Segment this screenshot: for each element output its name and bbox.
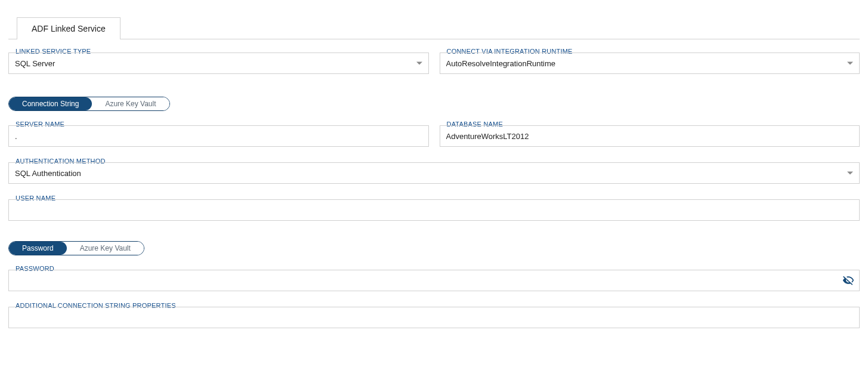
toggle-password-akv[interactable]: Azure Key Vault	[67, 242, 144, 255]
toggle-connection-source[interactable]: Connection String Azure Key Vault	[8, 97, 170, 111]
config-page: ADF Linked Service LINKED SERVICE TYPE S…	[0, 17, 868, 328]
field-auth-method: AUTHENTICATION METHOD SQL Authentication	[8, 162, 860, 184]
toggle-connection-akv[interactable]: Azure Key Vault	[92, 97, 169, 110]
input-additional-props-wrap	[8, 307, 860, 328]
form-area: LINKED SERVICE TYPE SQL Server CONNECT V…	[0, 39, 868, 328]
input-server-name[interactable]	[15, 132, 422, 141]
input-database-name[interactable]	[446, 132, 854, 141]
input-server-name-wrap	[8, 125, 429, 147]
toggle-password[interactable]: Password	[9, 242, 67, 255]
toggle-password-visibility[interactable]	[842, 275, 854, 286]
input-database-name-wrap	[440, 125, 860, 147]
eye-off-icon	[842, 275, 854, 286]
field-password: PASSWORD	[8, 270, 860, 291]
input-user-name-wrap	[8, 199, 860, 221]
input-password-wrap	[8, 270, 860, 291]
value-auth-method: SQL Authentication	[15, 169, 839, 178]
select-integration-runtime[interactable]: AutoResolveIntegrationRuntime	[440, 53, 860, 74]
chevron-down-icon	[847, 172, 853, 175]
input-password[interactable]	[15, 276, 853, 285]
field-linked-service-type: LINKED SERVICE TYPE SQL Server	[8, 53, 429, 74]
chevron-down-icon	[847, 62, 853, 65]
field-user-name: USER NAME	[8, 199, 860, 221]
input-additional-props[interactable]	[15, 313, 853, 322]
value-linked-service-type: SQL Server	[15, 59, 408, 68]
field-database-name: DATABASE NAME	[440, 125, 860, 147]
value-integration-runtime: AutoResolveIntegrationRuntime	[446, 59, 839, 68]
tab-adf-linked-service[interactable]: ADF Linked Service	[17, 17, 121, 39]
field-additional-props: ADDITIONAL CONNECTION STRING PROPERTIES	[8, 307, 860, 328]
select-linked-service-type[interactable]: SQL Server	[8, 53, 429, 74]
field-integration-runtime: CONNECT VIA INTEGRATION RUNTIME AutoReso…	[440, 53, 860, 74]
select-auth-method[interactable]: SQL Authentication	[8, 162, 860, 184]
toggle-password-source[interactable]: Password Azure Key Vault	[8, 241, 144, 255]
toggle-connection-string[interactable]: Connection String	[9, 97, 92, 110]
input-user-name[interactable]	[15, 206, 853, 215]
field-server-name: SERVER NAME	[8, 125, 429, 147]
tab-bar: ADF Linked Service	[8, 17, 860, 39]
chevron-down-icon	[416, 62, 422, 65]
